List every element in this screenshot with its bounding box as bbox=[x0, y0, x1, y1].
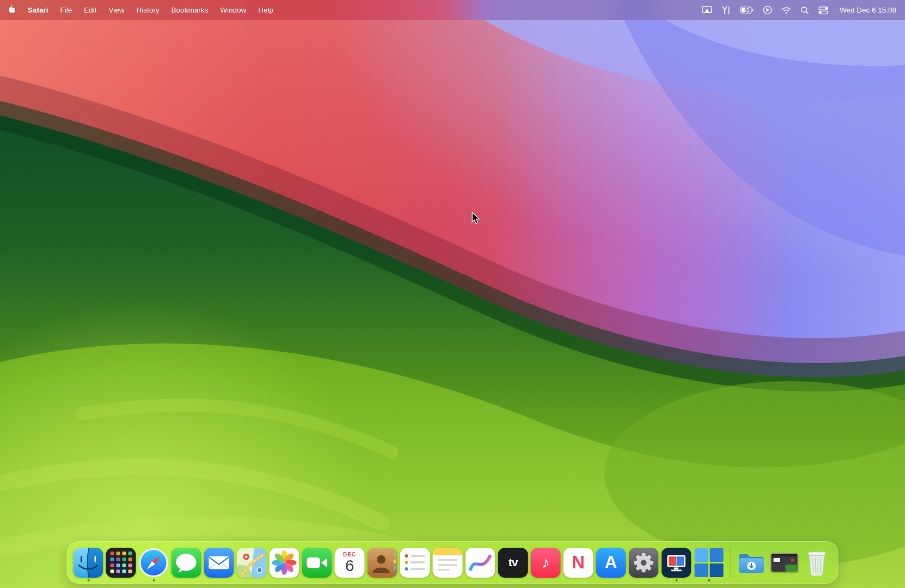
news-glyph: N bbox=[572, 552, 585, 573]
finder-icon bbox=[74, 548, 103, 578]
messages-icon bbox=[172, 548, 201, 578]
dock-contacts[interactable] bbox=[368, 548, 398, 578]
safari-icon bbox=[139, 548, 169, 578]
control-center-icon[interactable] bbox=[818, 6, 828, 15]
dock-appstore[interactable]: A bbox=[596, 548, 626, 578]
mail-icon bbox=[204, 548, 234, 578]
dock-news[interactable]: N bbox=[564, 548, 594, 578]
maps-icon bbox=[237, 548, 267, 578]
photos-icon bbox=[270, 548, 299, 578]
spotlight-search-icon[interactable] bbox=[800, 6, 809, 15]
active-app-menu[interactable]: Safari bbox=[28, 6, 48, 14]
app-store-glyph: A bbox=[605, 553, 617, 572]
dock-appletv[interactable]: tv bbox=[498, 548, 528, 578]
reminders-icon bbox=[400, 548, 430, 578]
system-settings-icon bbox=[629, 548, 659, 578]
notes-icon bbox=[433, 548, 463, 578]
facetime-icon bbox=[302, 548, 332, 578]
apple-tv-icon: tv bbox=[498, 548, 528, 578]
apple-menu-icon[interactable] bbox=[9, 5, 17, 15]
news-icon: N bbox=[564, 548, 594, 578]
dock-messages[interactable] bbox=[172, 548, 201, 578]
dock-finder[interactable] bbox=[74, 548, 103, 578]
music-icon: ♪ bbox=[531, 548, 561, 578]
wifi-icon[interactable] bbox=[781, 6, 791, 14]
desktop-wallpaper bbox=[0, 0, 905, 588]
menu-file[interactable]: File bbox=[60, 6, 72, 14]
dock-safari[interactable] bbox=[139, 548, 169, 578]
dock-settings[interactable] bbox=[629, 548, 659, 578]
dock-calendar[interactable]: DEC 6 bbox=[335, 548, 365, 578]
downloads-folder-icon bbox=[737, 548, 767, 578]
dock-reminders[interactable] bbox=[400, 548, 430, 578]
play-circle-icon[interactable] bbox=[763, 5, 772, 15]
dock-minimized-window[interactable] bbox=[769, 548, 799, 578]
menu-help[interactable]: Help bbox=[258, 6, 273, 14]
menu-window[interactable]: Window bbox=[220, 6, 246, 14]
windows-app-icon bbox=[694, 548, 724, 578]
dock-remote-desktop[interactable] bbox=[662, 548, 692, 578]
launchpad-icon bbox=[106, 548, 136, 578]
menu-edit[interactable]: Edit bbox=[84, 6, 96, 14]
dock-music[interactable]: ♪ bbox=[531, 548, 561, 578]
dock-divider bbox=[730, 548, 731, 577]
dock-freeform[interactable] bbox=[466, 548, 496, 578]
minimized-window-thumbnail bbox=[771, 553, 798, 572]
dock-launchpad[interactable] bbox=[106, 548, 136, 578]
dock-facetime[interactable] bbox=[302, 548, 332, 578]
dock-mail[interactable] bbox=[204, 548, 234, 578]
dock-photos[interactable] bbox=[270, 548, 299, 578]
dock-windows-app[interactable] bbox=[694, 548, 724, 578]
menu-bar: Safari File Edit View History Bookmarks … bbox=[0, 0, 905, 20]
remote-desktop-icon bbox=[662, 548, 692, 578]
music-note-glyph: ♪ bbox=[542, 553, 550, 572]
menu-view[interactable]: View bbox=[109, 6, 125, 14]
menu-bar-clock[interactable]: Wed Dec 6 15:08 bbox=[840, 6, 896, 14]
contacts-icon bbox=[368, 548, 398, 578]
calendar-icon: DEC 6 bbox=[335, 548, 365, 578]
dock-maps[interactable] bbox=[237, 548, 267, 578]
calendar-day-label: 6 bbox=[345, 557, 354, 575]
screen-mirroring-icon[interactable] bbox=[702, 5, 712, 15]
trash-icon bbox=[802, 548, 832, 578]
dock: DEC 6 bbox=[67, 541, 839, 584]
dock-downloads[interactable] bbox=[737, 548, 767, 578]
menu-history[interactable]: History bbox=[137, 6, 160, 14]
app-store-icon: A bbox=[596, 548, 626, 578]
battery-charging-icon[interactable] bbox=[740, 7, 754, 14]
dock-trash[interactable] bbox=[802, 548, 832, 578]
menu-extra-icon[interactable] bbox=[721, 6, 731, 15]
freeform-icon bbox=[466, 548, 496, 578]
apple-tv-glyph: tv bbox=[509, 556, 518, 569]
menu-bookmarks[interactable]: Bookmarks bbox=[172, 6, 209, 14]
dock-notes[interactable] bbox=[433, 548, 463, 578]
